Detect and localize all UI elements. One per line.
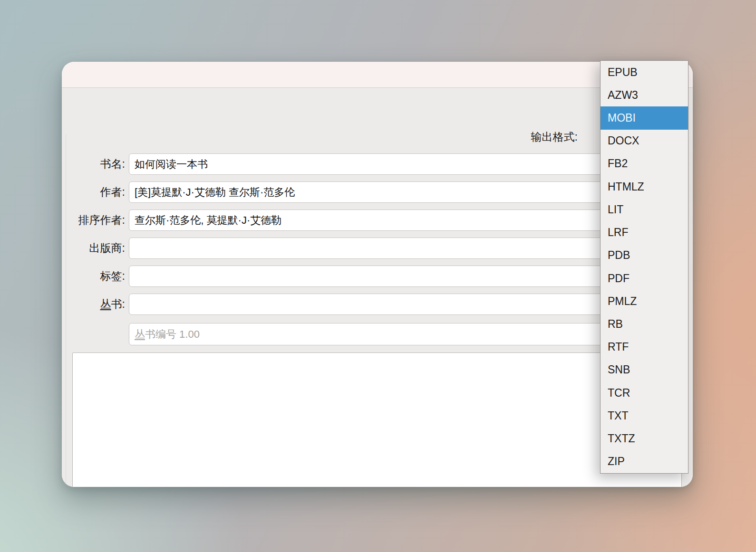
book-title-label: 书名:: [62, 153, 125, 175]
output-format-label: 输出格式:: [531, 130, 578, 144]
desktop-background: { "window": { "title": "", "output_forma…: [0, 0, 756, 552]
format-option-azw3[interactable]: AZW3: [601, 84, 688, 106]
format-option-htmlz[interactable]: HTMLZ: [601, 175, 688, 198]
format-option-tcr[interactable]: TCR: [601, 381, 688, 404]
convert-dialog-window: 输出格式: 书名:作者:排序作者:出版商:标签:丛书: 丛书编号 1.00: [62, 62, 693, 487]
format-option-txt[interactable]: TXT: [601, 404, 688, 427]
series-index-placeholder: 丛书编号 1.00: [135, 328, 200, 340]
format-option-snb[interactable]: SNB: [601, 359, 688, 381]
format-option-lrf[interactable]: LRF: [601, 221, 688, 244]
format-option-fb2[interactable]: FB2: [601, 152, 688, 175]
comments-editor[interactable]: [72, 352, 682, 487]
format-option-mobi[interactable]: MOBI: [601, 106, 688, 129]
metadata-form: 输出格式: 书名:作者:排序作者:出版商:标签:丛书: 丛书编号 1.00: [62, 88, 693, 487]
format-option-zip[interactable]: ZIP: [601, 450, 688, 473]
tags-label: 标签:: [62, 266, 125, 287]
tags-input[interactable]: [129, 266, 680, 287]
book-title-input[interactable]: [129, 153, 680, 175]
format-option-txtz[interactable]: TXTZ: [601, 428, 688, 450]
format-option-pdf[interactable]: PDF: [601, 267, 688, 290]
format-option-docx[interactable]: DOCX: [601, 130, 688, 152]
format-option-pdb[interactable]: PDB: [601, 244, 688, 267]
format-option-epub[interactable]: EPUB: [601, 61, 688, 84]
output-format-listbox: EPUBAZW3MOBIDOCXFB2HTMLZLITLRFPDBPDFPMLZ…: [600, 60, 688, 474]
publisher-input[interactable]: [129, 238, 680, 259]
window-title-bar[interactable]: [62, 62, 693, 88]
series-label: 丛书:: [62, 294, 125, 315]
format-option-rb[interactable]: RB: [601, 313, 688, 335]
publisher-label: 出版商:: [62, 238, 125, 259]
author-sort-input[interactable]: [129, 209, 680, 231]
authors-input[interactable]: [129, 181, 680, 203]
format-option-lit[interactable]: LIT: [601, 198, 688, 221]
authors-label: 作者:: [62, 181, 125, 203]
series-index-input[interactable]: 丛书编号 1.00: [129, 323, 680, 345]
format-option-pmlz[interactable]: PMLZ: [601, 290, 688, 313]
series-input[interactable]: [129, 294, 680, 315]
format-option-rtf[interactable]: RTF: [601, 336, 688, 359]
author-sort-label: 排序作者:: [62, 209, 125, 231]
